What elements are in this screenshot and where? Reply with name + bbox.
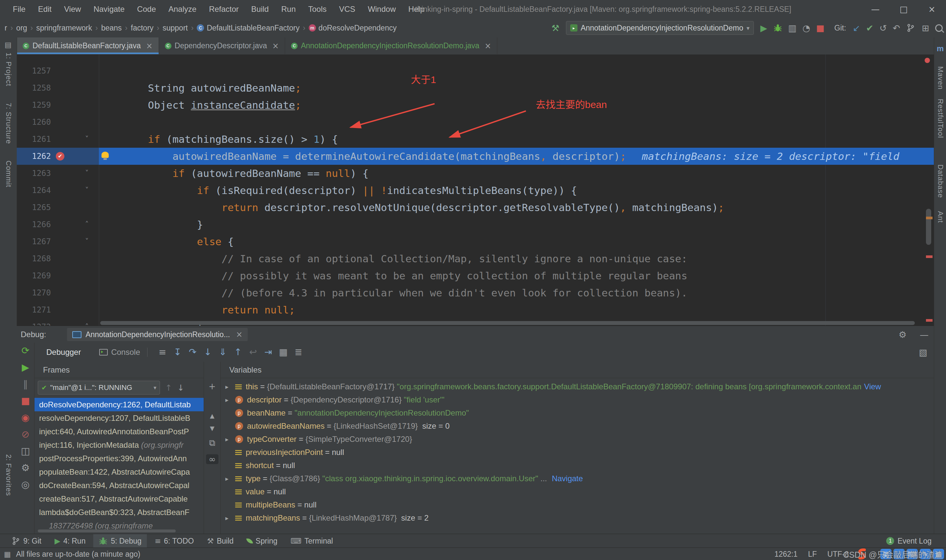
event-log-button[interactable]: 1 Event Log xyxy=(886,537,932,546)
hide-toolwindow-icon[interactable]: — xyxy=(920,329,929,340)
menu-vcs[interactable]: VCS xyxy=(333,0,361,18)
stack-frame-row[interactable]: doCreateBean:594, AbstractAutowireCapal xyxy=(34,478,203,492)
previous-frame-icon[interactable]: ▲ xyxy=(210,413,214,419)
code-text[interactable]: if (autowiredBeanName == null) { xyxy=(99,165,368,182)
thread-selector[interactable]: ✔ "main"@1 i...": RUNNING ▾ xyxy=(38,381,160,395)
caret-position[interactable]: 1262:1 xyxy=(775,550,798,559)
toolwindow-toggle-icon[interactable]: ▦ xyxy=(4,550,11,558)
tab-defaultlistablebeanfactory-java[interactable]: CDefaultListableBeanFactory.java× xyxy=(17,37,159,54)
error-stripe-mark[interactable] xyxy=(926,255,932,258)
variable-row[interactable]: shortcut = null xyxy=(221,459,934,472)
resume-icon[interactable]: ▶ xyxy=(22,363,29,372)
fold-icon[interactable]: ˅ xyxy=(85,233,89,250)
frames-scrollbar[interactable] xyxy=(38,529,176,532)
minimize-button[interactable]: — xyxy=(861,0,889,18)
fold-icon[interactable]: ˄ xyxy=(85,216,89,233)
breadcrumb-method[interactable]: mdoResolveDependency xyxy=(307,24,399,32)
menu-edit[interactable]: Edit xyxy=(32,0,58,18)
settings-gear-icon[interactable]: ⚙ xyxy=(899,329,907,340)
drop-frame-icon[interactable]: ↩ xyxy=(245,348,260,357)
commit-icon[interactable]: ✔ xyxy=(866,24,874,32)
history-icon[interactable]: ↺ xyxy=(879,24,887,32)
stack-frame-row[interactable]: lambda$doGetBean$0:323, AbstractBeanF xyxy=(34,506,203,519)
toolwindow-build[interactable]: ⚒Build xyxy=(202,534,239,548)
variable-row[interactable]: multipleBeans = null xyxy=(221,498,934,511)
toolwindow-spring[interactable]: Spring xyxy=(242,534,282,548)
menu-refactor[interactable]: Refactor xyxy=(203,0,245,18)
stack-frame-row[interactable]: postProcessProperties:399, AutowiredAnn xyxy=(34,452,203,465)
maximize-button[interactable]: □ xyxy=(889,0,918,18)
menu-run[interactable]: Run xyxy=(275,0,302,18)
tab-dependencydescriptor-java[interactable]: CDependencyDescriptor.java× xyxy=(159,37,285,54)
code-text[interactable]: else { xyxy=(99,233,234,250)
tab-debugger[interactable]: Debugger xyxy=(46,348,81,357)
menu-build[interactable]: Build xyxy=(245,0,275,18)
tool-button-1-project[interactable]: 1: Project xyxy=(4,52,13,86)
tool-button-restfultool[interactable]: RestfulTool xyxy=(936,99,945,138)
toolwindow-5-debug[interactable]: 5: Debug xyxy=(93,534,146,548)
pause-icon[interactable]: ‖ xyxy=(23,380,28,389)
toolwindow-4-run[interactable]: ▶4: Run xyxy=(49,534,91,548)
tool-button-commit[interactable]: Commit xyxy=(4,160,13,188)
stack-frame-row[interactable]: inject:640, AutowiredAnnotationBeanPostP xyxy=(34,425,203,438)
expand-icon[interactable]: ▸ xyxy=(225,475,235,482)
close-button[interactable]: × xyxy=(918,0,946,18)
toolwindow-terminal[interactable]: ⌨Terminal xyxy=(285,534,338,548)
close-icon[interactable]: × xyxy=(484,42,491,51)
expand-icon[interactable]: ▸ xyxy=(225,383,235,390)
navigate-link[interactable]: Navigate xyxy=(552,474,583,483)
tool-button-7-structure[interactable]: 7: Structure xyxy=(4,103,13,144)
force-step-into-icon[interactable]: ⇓ xyxy=(215,348,230,357)
run-icon[interactable]: ▶ xyxy=(760,24,767,32)
stack-frame-row[interactable]: inject:116, InjectionMetadata (org.sprin… xyxy=(34,438,203,452)
tool-button-2-favorites[interactable]: 2: Favorites xyxy=(4,454,13,496)
stack-frame-row[interactable]: doResolveDependency:1262, DefaultListab xyxy=(34,398,203,411)
variable-row[interactable]: pautowiredBeanNames = {LinkedHashSet@171… xyxy=(221,420,934,432)
profiler-icon[interactable]: ◔ xyxy=(803,24,810,32)
error-indicator[interactable] xyxy=(924,58,930,63)
breadcrumb-support[interactable]: support xyxy=(160,24,190,32)
tab-annotationdependencyinjectionresolutiondemo-java[interactable]: CAnnotationDependencyInjectionResolution… xyxy=(285,37,498,54)
menu-analyze[interactable]: Analyze xyxy=(162,0,203,18)
code-text[interactable]: Object instanceCandidate; xyxy=(99,97,301,114)
build-project-icon[interactable]: ⚒ xyxy=(552,24,559,32)
code-text[interactable]: if (isRequired(descriptor) || !indicates… xyxy=(99,182,577,199)
code-text[interactable]: // possibly it was meant to be an empty … xyxy=(99,267,687,284)
step-over-icon[interactable]: ↷ xyxy=(185,348,200,357)
update-project-icon[interactable]: ↙ xyxy=(853,24,860,32)
expand-icon[interactable]: ▸ xyxy=(225,435,235,443)
code-text[interactable]: autowiredBeanName = determineAutowireCan… xyxy=(99,148,899,165)
menu-tools[interactable]: Tools xyxy=(302,0,333,18)
line-separator[interactable]: LF xyxy=(808,550,817,559)
search-icon[interactable] xyxy=(935,24,943,32)
run-to-cursor-icon[interactable]: ⇥ xyxy=(260,348,276,357)
breadcrumb-beans[interactable]: beans xyxy=(99,24,124,32)
code-text[interactable]: // (before 4.3 in particular when we did… xyxy=(99,284,687,302)
debug-icon[interactable] xyxy=(773,23,783,32)
menu-code[interactable]: Code xyxy=(131,0,162,18)
intention-bulb-icon[interactable] xyxy=(102,152,109,158)
fold-icon[interactable]: ˅ xyxy=(85,165,89,182)
tab-console[interactable]: Console xyxy=(99,348,140,357)
fold-icon[interactable]: ˅ xyxy=(85,182,89,198)
close-icon[interactable]: × xyxy=(272,42,279,51)
pin-icon[interactable]: ◎ xyxy=(22,480,29,489)
breadcrumb-org[interactable]: org xyxy=(14,24,29,32)
debug-session-tab[interactable]: AnnotationDependencyInjectionResolutio..… xyxy=(67,328,248,341)
variable-row[interactable]: ▸ptypeConverter = {SimpleTypeConverter@1… xyxy=(221,432,934,446)
stack-frame-row[interactable]: createBean:517, AbstractAutowireCapable xyxy=(34,492,203,506)
branch-icon[interactable] xyxy=(906,23,915,32)
show-execution-point-icon[interactable]: ↧ xyxy=(170,348,185,357)
toolwindow-9-git[interactable]: 9: Git xyxy=(6,534,47,548)
trace-streams-icon[interactable]: ≣ xyxy=(291,348,306,357)
step-out-icon[interactable]: ↑ xyxy=(230,348,245,357)
editor-horizontal-scrollbar[interactable] xyxy=(100,321,915,325)
code-text[interactable]: // In case of an optional Collection/Map… xyxy=(99,250,687,267)
menu-file[interactable]: File xyxy=(6,0,32,18)
menu-view[interactable]: View xyxy=(58,0,87,18)
breadcrumb-springframework[interactable]: springframework xyxy=(34,24,94,32)
layout-menu-icon[interactable]: ≡ xyxy=(155,348,170,357)
breakpoint-icon[interactable]: ✔ xyxy=(56,152,65,160)
fold-icon[interactable]: ˅ xyxy=(85,131,89,148)
variable-row[interactable]: ▸matchingBeans = {LinkedHashMap@1787} si… xyxy=(221,511,934,525)
